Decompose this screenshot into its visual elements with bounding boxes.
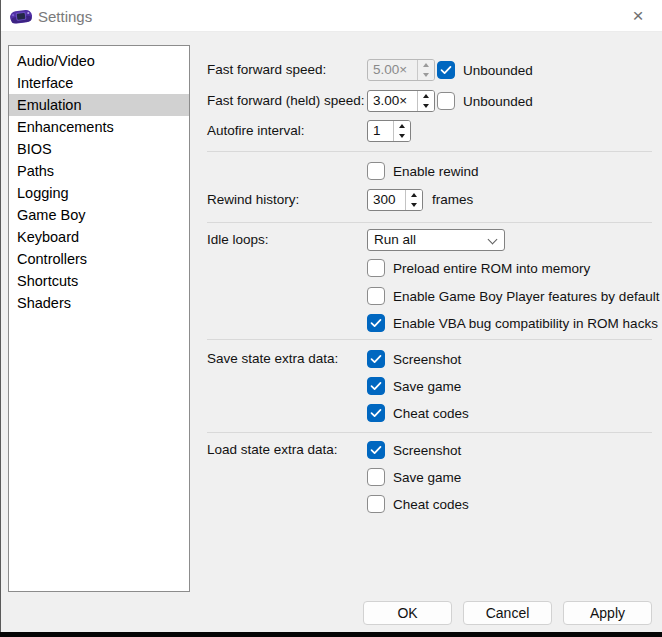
idle-loops-label: Idle loops:	[207, 229, 269, 251]
save-cheatcodes-checkbox[interactable]	[367, 404, 385, 422]
separator	[207, 339, 652, 340]
frames-suffix-label: frames	[432, 189, 473, 211]
settings-dialog: Settings × Audio/Video Interface Emulati…	[0, 0, 662, 637]
window-title: Settings	[38, 8, 92, 25]
sidebar-item-shortcuts[interactable]: Shortcuts	[9, 270, 189, 292]
preload-rom-checkbox[interactable]	[367, 259, 385, 277]
checkmark-icon	[370, 381, 382, 391]
spin-down-button[interactable]	[418, 101, 434, 111]
up-arrow-icon	[411, 193, 417, 197]
up-arrow-icon	[423, 63, 429, 67]
rewind-history-value[interactable]: 300	[368, 190, 405, 210]
load-savegame-row: Save game	[367, 466, 461, 488]
save-savegame-checkbox[interactable]	[367, 377, 385, 395]
save-screenshot-row: Screenshot	[367, 348, 461, 370]
save-savegame-row: Save game	[367, 375, 461, 397]
ok-button[interactable]: OK	[363, 601, 452, 625]
sidebar-item-shaders[interactable]: Shaders	[9, 292, 189, 314]
spin-down-button[interactable]	[418, 70, 434, 80]
sidebar-item-game-boy[interactable]: Game Boy	[9, 204, 189, 226]
settings-category-list: Audio/Video Interface Emulation Enhancem…	[8, 45, 190, 592]
load-savegame-checkbox[interactable]	[367, 468, 385, 486]
spin-buttons	[393, 121, 410, 141]
rewind-history-spinbox[interactable]: 300	[367, 189, 423, 211]
ffh-unbounded-checkbox[interactable]	[437, 92, 455, 110]
ff-unbounded-label[interactable]: Unbounded	[463, 63, 533, 78]
enable-rewind-checkbox[interactable]	[367, 162, 385, 180]
sidebar-item-emulation[interactable]: Emulation	[9, 94, 189, 116]
idle-loops-dropdown[interactable]: Run all	[367, 229, 505, 251]
ff-held-speed-value[interactable]: 3.00×	[368, 91, 417, 111]
down-arrow-icon	[423, 73, 429, 77]
separator	[207, 432, 652, 433]
fast-forward-speed-label: Fast forward speed:	[207, 59, 326, 81]
rewind-history-label: Rewind history:	[207, 189, 299, 211]
gbp-features-checkbox[interactable]	[367, 287, 385, 305]
spin-up-button[interactable]	[418, 91, 434, 101]
save-savegame-label[interactable]: Save game	[393, 379, 461, 394]
fast-forward-speed-value[interactable]: 5.00×	[368, 60, 417, 80]
idle-loops-selected-value: Run all	[374, 232, 416, 247]
autofire-interval-value[interactable]: 1	[368, 121, 393, 141]
spin-up-button[interactable]	[394, 121, 410, 131]
load-cheatcodes-checkbox[interactable]	[367, 495, 385, 513]
autofire-interval-label: Autofire interval:	[207, 120, 305, 142]
spin-buttons	[405, 190, 422, 210]
apply-button[interactable]: Apply	[563, 601, 652, 625]
load-state-extra-label: Load state extra data:	[207, 439, 338, 461]
save-cheatcodes-row: Cheat codes	[367, 402, 469, 424]
titlebar: Settings ×	[0, 0, 662, 32]
down-arrow-icon	[411, 203, 417, 207]
gbp-features-label[interactable]: Enable Game Boy Player features by defau…	[393, 289, 659, 304]
spin-down-button[interactable]	[406, 200, 422, 210]
save-screenshot-label[interactable]: Screenshot	[393, 352, 461, 367]
load-screenshot-label[interactable]: Screenshot	[393, 443, 461, 458]
spin-buttons	[417, 91, 434, 111]
load-cheatcodes-label[interactable]: Cheat codes	[393, 497, 469, 512]
window-left-edge	[0, 0, 1, 632]
spin-up-button[interactable]	[406, 190, 422, 200]
ffh-unbounded-row: Unbounded	[437, 90, 533, 112]
checkmark-icon	[370, 318, 382, 328]
load-screenshot-row: Screenshot	[367, 439, 461, 461]
preload-rom-label[interactable]: Preload entire ROM into memory	[393, 261, 590, 276]
sidebar-item-interface[interactable]: Interface	[9, 72, 189, 94]
ff-unbounded-row: Unbounded	[437, 59, 533, 81]
separator	[207, 222, 652, 223]
sidebar-item-audio-video[interactable]: Audio/Video	[9, 50, 189, 72]
vba-bug-compat-checkbox[interactable]	[367, 314, 385, 332]
enable-rewind-row: Enable rewind	[367, 160, 479, 182]
checkmark-icon	[370, 408, 382, 418]
vba-bug-compat-label[interactable]: Enable VBA bug compatibility in ROM hack…	[393, 316, 658, 331]
sidebar-item-paths[interactable]: Paths	[9, 160, 189, 182]
enable-rewind-label[interactable]: Enable rewind	[393, 164, 479, 179]
separator	[207, 151, 652, 152]
sidebar-item-bios[interactable]: BIOS	[9, 138, 189, 160]
fast-forward-speed-spinbox[interactable]: 5.00×	[367, 59, 435, 81]
save-screenshot-checkbox[interactable]	[367, 350, 385, 368]
window-bottom-edge	[0, 632, 662, 637]
close-icon[interactable]: ×	[622, 1, 654, 31]
preload-rom-row: Preload entire ROM into memory	[367, 257, 590, 279]
ff-held-speed-spinbox[interactable]: 3.00×	[367, 90, 435, 112]
spin-down-button[interactable]	[394, 131, 410, 141]
save-cheatcodes-label[interactable]: Cheat codes	[393, 406, 469, 421]
checkmark-icon	[370, 445, 382, 455]
sidebar-item-controllers[interactable]: Controllers	[9, 248, 189, 270]
load-screenshot-checkbox[interactable]	[367, 441, 385, 459]
autofire-interval-spinbox[interactable]: 1	[367, 120, 411, 142]
ffh-unbounded-label[interactable]: Unbounded	[463, 94, 533, 109]
down-arrow-icon	[423, 104, 429, 108]
spin-up-button[interactable]	[418, 60, 434, 70]
spin-buttons	[417, 60, 434, 80]
vba-bug-compat-row: Enable VBA bug compatibility in ROM hack…	[367, 312, 658, 334]
sidebar-item-logging[interactable]: Logging	[9, 182, 189, 204]
sidebar-item-keyboard[interactable]: Keyboard	[9, 226, 189, 248]
up-arrow-icon	[423, 94, 429, 98]
load-savegame-label[interactable]: Save game	[393, 470, 461, 485]
up-arrow-icon	[399, 124, 405, 128]
gbp-features-row: Enable Game Boy Player features by defau…	[367, 285, 659, 307]
sidebar-item-enhancements[interactable]: Enhancements	[9, 116, 189, 138]
cancel-button[interactable]: Cancel	[463, 601, 552, 625]
ff-unbounded-checkbox[interactable]	[437, 61, 455, 79]
